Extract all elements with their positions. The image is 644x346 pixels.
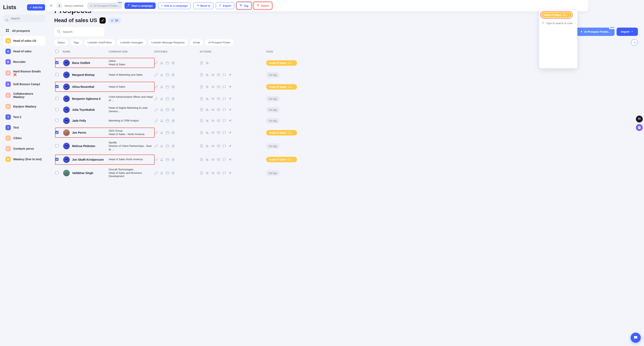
filter-chip[interactable]: LinkedIn messages — [117, 39, 146, 46]
calendar-icon[interactable] — [166, 73, 169, 77]
row-checkbox[interactable] — [56, 144, 58, 147]
sidebar-item[interactable]: RRecruiter — [3, 57, 45, 67]
at-icon[interactable] — [171, 97, 175, 101]
start-campaign-button[interactable]: Start a campaign — [124, 2, 156, 9]
no-tag-badge[interactable]: No tag — [266, 170, 280, 176]
eye-icon[interactable] — [211, 97, 215, 101]
filter-chip-partial[interactable]: s — [631, 39, 638, 46]
group-icon[interactable] — [160, 73, 164, 77]
send-icon[interactable] — [228, 85, 232, 89]
close-icon[interactable] — [50, 4, 53, 8]
tag-badge[interactable]: Head of Sales - Cust… — [266, 157, 297, 162]
edit-list-button[interactable] — [100, 17, 106, 23]
at-icon[interactable] — [171, 131, 175, 135]
rss-icon[interactable] — [206, 131, 209, 135]
eye-icon[interactable] — [211, 131, 215, 135]
link-icon[interactable] — [154, 97, 158, 101]
calendar-icon[interactable] — [166, 61, 169, 65]
message-icon[interactable] — [222, 108, 226, 112]
group-icon[interactable] — [160, 171, 164, 175]
prospects-search-input[interactable] — [54, 27, 104, 36]
tag-button[interactable]: Tag — [237, 2, 251, 9]
chat-button[interactable] — [630, 333, 641, 343]
send-icon[interactable] — [228, 97, 232, 101]
delete-button[interactable]: Delete — [254, 2, 272, 9]
calendar-icon[interactable] — [166, 97, 169, 101]
calendar-icon[interactable] — [166, 171, 169, 175]
send-icon[interactable] — [228, 131, 232, 135]
filter-chip[interactable]: LinkedIn Visit/Follow — [84, 39, 115, 46]
send-icon[interactable] — [228, 119, 232, 123]
sidebar-item[interactable]: CContacts perso — [3, 144, 45, 154]
no-tag-badge[interactable]: No tag — [266, 143, 280, 149]
sidebar-all-prospects[interactable]: All prospects — [3, 26, 45, 35]
eye-icon[interactable] — [211, 144, 215, 148]
note-icon[interactable] — [200, 144, 203, 148]
group-icon[interactable] — [160, 119, 164, 123]
calendar-icon[interactable] — [166, 108, 169, 112]
rss-icon[interactable] — [206, 73, 209, 77]
sidebar-item[interactable]: SSoft Bounce Camp1 — [3, 79, 45, 89]
link-icon[interactable] — [154, 73, 158, 77]
mail-icon[interactable] — [217, 85, 220, 89]
group-icon[interactable] — [160, 85, 164, 89]
row-checkbox[interactable] — [56, 158, 58, 161]
calendar-icon[interactable] — [166, 131, 169, 135]
note-icon[interactable] — [200, 97, 203, 101]
sidebar-search-input[interactable] — [3, 14, 45, 22]
note-icon[interactable] — [200, 119, 203, 123]
sidebar-item[interactable]: WWaalaxy (free to test) — [3, 154, 45, 164]
translate-button[interactable] — [636, 116, 643, 123]
row-checkbox[interactable] — [56, 131, 58, 134]
tag-option[interactable]: Head of Sales - Cust… — [541, 12, 572, 18]
link-icon[interactable] — [154, 119, 158, 123]
export-button[interactable]: Export — [216, 2, 234, 9]
table-row[interactable]: Vaibbhav Singh Oncraft Technologies Head… — [54, 166, 638, 180]
rss-icon[interactable] — [206, 158, 209, 162]
link-icon[interactable] — [154, 108, 158, 112]
rss-icon[interactable] — [206, 171, 209, 175]
mail-icon[interactable] — [217, 144, 220, 148]
filter-chip[interactable]: Linkedin Message Requests — [148, 39, 188, 46]
sidebar-item[interactable]: CCollaborateurs Waalaxy — [3, 90, 45, 101]
group-icon[interactable] — [160, 97, 164, 101]
calendar-icon[interactable] — [166, 119, 169, 123]
mail-icon[interactable] — [217, 119, 220, 123]
tag-badge[interactable]: Head of Sales - Cust… — [266, 60, 297, 66]
at-icon[interactable] — [171, 144, 175, 148]
link-icon[interactable] — [154, 131, 158, 135]
eye-icon[interactable] — [211, 119, 215, 123]
sidebar-item[interactable]: HHead of sales — [3, 46, 45, 56]
note-icon[interactable] — [200, 73, 203, 77]
message-icon[interactable] — [222, 97, 226, 101]
eye-icon[interactable] — [211, 85, 215, 89]
table-row[interactable]: Jon Perrin GDS Group Head of Sales - Nor… — [54, 126, 638, 139]
send-icon[interactable] — [228, 171, 232, 175]
add-list-button[interactable]: + Add list — [27, 4, 45, 10]
row-checkbox[interactable] — [56, 85, 58, 88]
mail-icon[interactable] — [217, 131, 220, 135]
group-icon[interactable] — [160, 158, 164, 162]
note-icon[interactable] — [200, 85, 203, 89]
message-icon[interactable] — [222, 158, 226, 162]
note-icon[interactable] — [200, 171, 203, 175]
add-to-campaign-button[interactable]: + Add to a campaign — [158, 2, 191, 9]
table-row[interactable]: Aliisa Rosenthal Head of Sales Head of S… — [54, 80, 638, 93]
group-icon[interactable] — [160, 131, 164, 135]
filter-chip[interactable]: Status — [54, 39, 68, 46]
rss-icon[interactable] — [206, 119, 209, 123]
calendar-icon[interactable] — [166, 85, 169, 89]
link-icon[interactable] — [154, 85, 158, 89]
ai-prospect-finder-button[interactable]: ✦ AI Prospect Finder... NEW — [576, 27, 614, 36]
tag-badge[interactable]: Head of Sales - Cust… — [266, 84, 297, 90]
tag-badge[interactable]: Head of Sales - Cust… — [266, 130, 297, 136]
row-checkbox[interactable] — [56, 171, 58, 174]
no-tag-badge[interactable]: No tag — [266, 72, 280, 78]
filter-chip[interactable]: Tags — [70, 39, 82, 46]
at-icon[interactable] — [171, 85, 175, 89]
rss-icon[interactable] — [206, 85, 209, 89]
message-icon[interactable] — [222, 119, 226, 123]
mail-icon[interactable] — [217, 108, 220, 112]
group-icon[interactable] — [160, 61, 164, 65]
link-icon[interactable] — [154, 144, 158, 148]
